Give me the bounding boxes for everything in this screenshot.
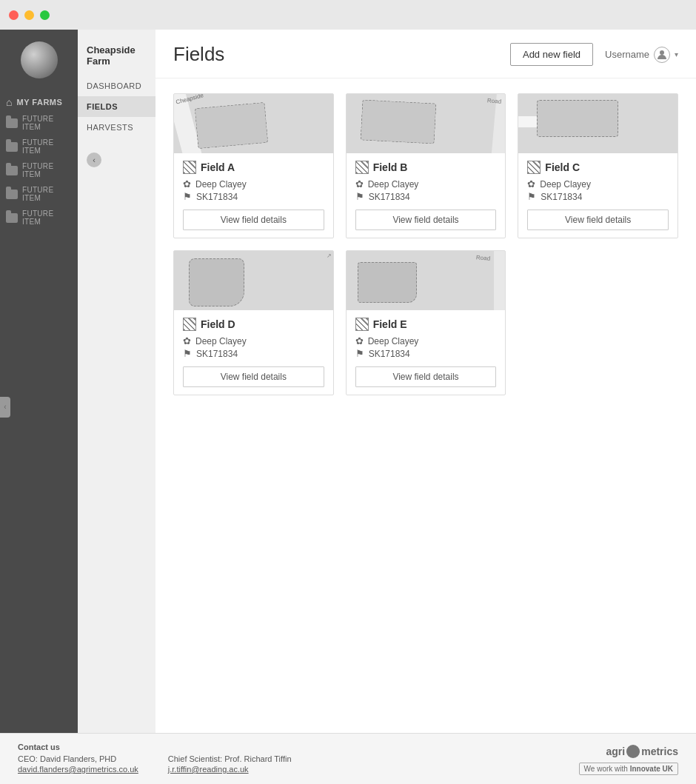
location-icon: ⚑ [183, 191, 192, 202]
field-name: Field B [373, 161, 408, 173]
field-ref: ⚑ SK171834 [355, 348, 497, 359]
agrimetrics-logo: agri metrics [606, 745, 679, 758]
location-icon: ⚑ [527, 191, 536, 202]
header-actions: Add new field Username ▾ [510, 43, 678, 66]
folder-icon [6, 213, 18, 223]
nav-item-fields[interactable]: FIELDS [78, 96, 155, 117]
chevron-down-icon: ▾ [675, 50, 678, 58]
field-ref: ⚑ SK171834 [355, 191, 497, 202]
field-name: Field C [545, 161, 580, 173]
field-soil: ✿ Deep Clayey [355, 178, 497, 190]
field-name: Field A [201, 161, 235, 173]
page-footer: Contact us CEO: David Flanders, PHD davi… [0, 733, 696, 784]
username-label: Username [605, 49, 649, 60]
field-card-d: ↗ Field D ✿ Deep Clayey ⚑ SK [173, 250, 334, 395]
view-field-details-button-e[interactable]: View field details [355, 366, 497, 387]
scientist-name: Chief Scientist: Prof. Richard Tiffin [168, 754, 292, 763]
nav-item-harvests[interactable]: HARVESTS [78, 117, 155, 138]
field-type-icon [355, 161, 369, 174]
field-map-c [518, 94, 677, 153]
field-soil: ✿ Deep Clayey [183, 178, 324, 190]
view-field-details-button-d[interactable]: View field details [183, 366, 324, 387]
sidebar-item-future-1[interactable]: FUTURE ITEM [0, 111, 78, 135]
farm-name: Cheapside Farm [78, 38, 155, 76]
sidebar-item-label: FUTURE ITEM [22, 115, 72, 131]
field-soil: ✿ Deep Clayey [183, 335, 324, 346]
sidebar-item-label: FUTURE ITEM [22, 210, 72, 226]
main-sidebar: ⌂ MY FARMS FUTURE ITEM FUTURE ITEM FUTUR… [0, 30, 78, 733]
footer-contact: Contact us CEO: David Flanders, PHD davi… [18, 743, 292, 775]
innovate-uk-logo: We work with Innovate UK [579, 763, 678, 775]
field-card-b: Road Field B ✿ Deep Clayey ⚑ [346, 93, 506, 238]
svg-point-0 [660, 50, 664, 55]
field-map-b: Road [347, 94, 506, 153]
soil-icon: ✿ [183, 178, 191, 190]
title-bar [0, 0, 696, 30]
my-farms-label: MY FARMS [16, 98, 62, 107]
maximize-button[interactable] [40, 10, 50, 20]
soil-icon: ✿ [527, 178, 535, 190]
field-map-d: ↗ [174, 251, 333, 310]
app-logo [21, 41, 58, 78]
minimize-button[interactable] [24, 10, 34, 20]
location-icon: ⚑ [183, 348, 192, 359]
sidebar-item-future-2[interactable]: FUTURE ITEM [0, 135, 78, 158]
close-button[interactable] [9, 10, 19, 20]
contact-title: Contact us [18, 743, 292, 751]
folder-icon [6, 190, 18, 199]
sidebar-item-label: FUTURE ITEM [22, 162, 72, 178]
view-field-details-button-b[interactable]: View field details [355, 210, 497, 230]
logo-circle [626, 745, 640, 758]
page-header: Fields Add new field Username ▾ [155, 30, 696, 78]
sidebar-collapse-left[interactable]: ‹ [0, 397, 10, 418]
soil-icon: ✿ [183, 335, 191, 346]
field-ref: ⚑ SK171834 [183, 191, 324, 202]
sidebar-item-label: FUTURE ITEM [22, 186, 72, 202]
soil-icon: ✿ [355, 178, 364, 190]
folder-icon [6, 166, 18, 175]
ceo-email[interactable]: david.flanders@agrimetrics.co.uk [18, 765, 138, 774]
field-name: Field D [201, 318, 235, 330]
main-content: Fields Add new field Username ▾ [155, 30, 696, 733]
field-ref: ⚑ SK171834 [527, 191, 669, 202]
field-card-e: Road Field E ✿ Deep Clayey ⚑ [346, 250, 506, 395]
sidebar-item-future-5[interactable]: FUTURE ITEM [0, 206, 78, 229]
location-icon: ⚑ [355, 348, 364, 359]
field-card-a: Cheapside Field A ✿ Deep Clayey ⚑ [173, 93, 334, 238]
fields-grid: Cheapside Field A ✿ Deep Clayey ⚑ [155, 78, 696, 410]
user-menu[interactable]: Username ▾ [605, 47, 678, 63]
add-new-field-button[interactable]: Add new field [510, 43, 593, 66]
sub-nav-collapse[interactable]: ‹ [87, 153, 101, 167]
sidebar-item-my-farms[interactable]: ⌂ MY FARMS [0, 93, 78, 111]
view-field-details-button-a[interactable]: View field details [183, 210, 324, 230]
field-type-icon [527, 161, 541, 174]
footer-logos: agri metrics We work with Innovate UK [579, 745, 678, 775]
ceo-name: CEO: David Flanders, PHD [18, 754, 138, 763]
folder-icon [6, 118, 18, 128]
soil-icon: ✿ [355, 335, 364, 346]
sidebar-item-label: FUTURE ITEM [22, 138, 72, 155]
sidebar-item-future-3[interactable]: FUTURE ITEM [0, 158, 78, 182]
field-type-icon [183, 318, 196, 331]
view-field-details-button-c[interactable]: View field details [527, 210, 669, 230]
field-card-c: Field C ✿ Deep Clayey ⚑ SK171834 View fi… [518, 93, 678, 238]
sidebar-item-future-4[interactable]: FUTURE ITEM [0, 182, 78, 206]
user-avatar-icon [654, 47, 670, 63]
folder-icon [6, 142, 18, 152]
field-map-e: Road [347, 251, 506, 310]
nav-item-dashboard[interactable]: DASHBOARD [78, 76, 155, 96]
field-soil: ✿ Deep Clayey [527, 178, 669, 190]
location-icon: ⚑ [355, 191, 364, 202]
field-type-icon [355, 318, 369, 331]
sub-navigation: Cheapside Farm DASHBOARD FIELDS HARVESTS… [78, 30, 155, 733]
field-name: Field E [373, 318, 407, 330]
field-type-icon [183, 161, 196, 174]
farm-icon: ⌂ [6, 96, 12, 108]
field-soil: ✿ Deep Clayey [355, 335, 497, 346]
field-ref: ⚑ SK171834 [183, 348, 324, 359]
field-map-a: Cheapside [174, 94, 333, 153]
scientist-email[interactable]: j.r.tiffin@reading.ac.uk [168, 765, 292, 774]
page-title: Fields [173, 43, 224, 66]
